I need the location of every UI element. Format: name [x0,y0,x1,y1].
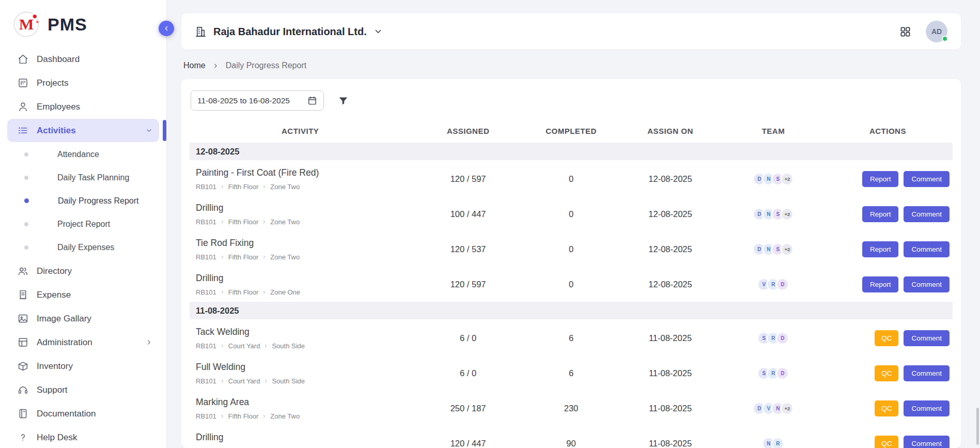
bullet-dot-icon [24,176,28,180]
col-activity: ACTIVITY [190,127,411,135]
path-chevron-icon [262,255,267,259]
path-segment: Fifth Floor [228,288,259,296]
qc-button[interactable]: QC [875,330,898,346]
team-more-badge: +2 [781,402,794,415]
sidebar-subitem-project-report[interactable]: Project Report [0,212,166,236]
sidebar-item-image-gallary[interactable]: Image Gallary [7,307,159,330]
col-actions: ACTIONS [823,127,953,135]
completed-value: 0 [525,209,617,219]
row-actions: ReportComment [823,276,953,292]
path-chevron-icon [220,184,225,189]
sidebar-item-dashboard[interactable]: Dashboard [7,48,159,71]
path-segment: Fifth Floor [228,412,259,420]
team-more-badge: +2 [781,173,794,186]
breadcrumb-home[interactable]: Home [183,61,206,70]
building-icon [195,26,207,38]
team-avatar: D [776,278,789,291]
sidebar-subitem-attendance[interactable]: Attendance [0,143,166,166]
sidebar-item-label: Support [37,385,68,395]
comment-button[interactable]: Comment [904,365,950,381]
comment-button[interactable]: Comment [904,436,950,448]
sidebar-item-label: Directory [37,266,72,276]
sidebar-item-activities[interactable]: Activities [7,119,159,142]
sidebar-item-label: Employees [37,102,80,112]
qc-button[interactable]: QC [875,436,898,448]
activity-path: RB101Fifth FloorZone One [196,288,411,296]
team-avatars: DNS+2 [724,243,823,256]
active-item-indicator [163,120,166,141]
assign-on-value: 12-08-2025 [617,174,724,184]
sidebar-nav: Dashboard Projects Employees Activities … [0,48,166,448]
company-selector[interactable]: Raja Bahadur International Ltd. [195,26,383,38]
chevron-down-icon [374,27,383,36]
assigned-value: 120 / 597 [411,174,525,184]
sidebar-item-help-desk[interactable]: Help Desk [7,426,159,448]
calendar-icon[interactable] [307,96,317,105]
comment-button[interactable]: Comment [904,400,950,416]
activities-icon [18,125,28,136]
comment-button[interactable]: Comment [904,276,950,292]
completed-value: 90 [525,439,617,448]
sidebar-item-expense[interactable]: Expense [7,283,159,306]
page-scrollbar[interactable] [976,408,979,445]
activity-path: RB101Fifth FloorZone Two [196,218,411,226]
sidebar-item-label: Documentation [37,409,96,419]
table-row: Full Welding RB101Court YardSouth Side 6… [190,356,953,391]
sidebar-item-administration[interactable]: Administration [7,331,159,354]
date-group-header: 11-08-2025 [190,302,953,319]
sidebar-item-inventory[interactable]: Inventory [7,354,159,378]
app-name: PMS [48,14,87,35]
header-actions: AD [899,21,947,42]
sidebar-collapse-button[interactable] [159,21,174,36]
team-avatar: D [776,367,789,380]
user-avatar[interactable]: AD [926,21,947,42]
sidebar-item-projects[interactable]: Projects [7,71,159,95]
row-actions: QCComment [823,365,953,381]
comment-button[interactable]: Comment [904,171,950,187]
qc-button[interactable]: QC [875,365,898,381]
sidebar-item-employees[interactable]: Employees [7,95,159,118]
date-range-input[interactable] [191,90,324,111]
completed-value: 0 [525,280,617,289]
breadcrumb: Home Daily Progress Report [181,50,961,79]
path-segment: Zone Two [270,218,300,226]
sidebar-item-label: Expense [37,290,71,300]
path-chevron-icon [220,414,225,419]
activity-path: RB101Fifth FloorZone Two [196,253,411,261]
report-button[interactable]: Report [862,276,899,292]
activity-name: Drilling [196,273,411,284]
path-segment: Fifth Floor [228,183,259,191]
comment-button[interactable]: Comment [904,330,950,346]
comment-button[interactable]: Comment [904,241,950,257]
report-button[interactable]: Report [862,241,899,257]
report-button[interactable]: Report [862,206,899,222]
table-header: ACTIVITY ASSIGNED COMPLETED ASSIGN ON TE… [190,119,953,143]
assigned-value: 120 / 537 [411,244,525,254]
team-avatars: NR [724,437,823,448]
team-avatars: DNS+2 [724,208,823,221]
group-date: 11-08-2025 [196,306,239,316]
path-chevron-icon [220,290,225,295]
sidebar-subitem-daily-progress-report[interactable]: Daily Progress Report [0,189,166,212]
date-range-value[interactable] [197,96,302,105]
sidebar-item-documentation[interactable]: Documentation [7,402,159,425]
sidebar-subitem-daily-task-planning[interactable]: Daily Task Planning [0,166,166,189]
comment-button[interactable]: Comment [904,206,950,222]
qc-button[interactable]: QC [875,400,898,416]
path-segment: RB101 [196,377,216,385]
sidebar-subitem-daily-expenses[interactable]: Daily Expenses [0,236,166,259]
activity-path: RB101Court YardSouth Side [196,342,411,350]
path-segment: RB101 [196,288,216,296]
filter-funnel-icon[interactable] [338,95,349,106]
sidebar-item-directory[interactable]: Directory [7,259,159,283]
team-more-badge: +2 [781,208,794,221]
report-button[interactable]: Report [862,171,899,187]
team-avatars: DVN+2 [724,402,823,415]
path-chevron-icon [262,220,267,224]
table-row: Tack Welding RB101Court YardSouth Side 6… [190,320,953,356]
sidebar-item-support[interactable]: Support [7,378,159,401]
apps-grid-icon[interactable] [899,26,911,38]
bullet-dot-icon [24,152,28,157]
company-name: Raja Bahadur International Ltd. [213,26,367,38]
completed-value: 230 [525,404,617,413]
